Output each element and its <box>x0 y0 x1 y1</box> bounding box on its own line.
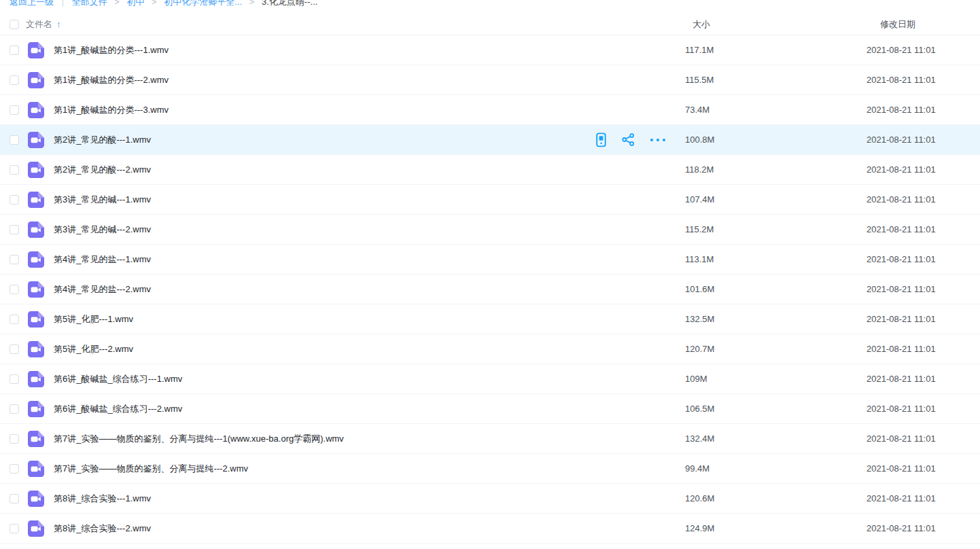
row-checkbox[interactable] <box>10 464 19 474</box>
row-checkbox[interactable] <box>10 255 19 264</box>
file-modified: 2021-08-21 11:01 <box>867 254 936 264</box>
file-name[interactable]: 第8讲_综合实验---1.wmv <box>54 493 151 505</box>
column-header-size[interactable]: 大小 <box>693 19 710 29</box>
file-size: 109M <box>685 374 707 384</box>
table-row[interactable]: 第6讲_酸碱盐_综合练习---2.wmv <box>0 394 980 424</box>
row-checkbox[interactable] <box>10 524 19 533</box>
video-file-icon <box>28 281 44 298</box>
file-size: 132.5M <box>685 314 714 324</box>
table-row[interactable]: 第4讲_常见的盐---1.wmv <box>0 245 980 274</box>
table-row[interactable]: 第4讲_常见的盐---2.wmv <box>0 274 980 304</box>
table-row[interactable]: 第7讲_实验——物质的鉴别、分离与提纯---1(www.xue-ba.org学霸… <box>0 424 980 454</box>
file-modified: 2021-08-21 11:01 <box>867 45 936 55</box>
table-row[interactable]: 第5讲_化肥---2.wmv <box>0 334 980 364</box>
file-name[interactable]: 第4讲_常见的盐---1.wmv <box>54 253 151 266</box>
table-row[interactable]: 第7讲_实验——物质的鉴别、分离与提纯---2.wmv <box>0 454 980 484</box>
file-size: 107.4M <box>685 194 714 205</box>
file-name[interactable]: 第1讲_酸碱盐的分类---1.wmv <box>54 44 169 56</box>
row-checkbox[interactable] <box>10 46 19 55</box>
table-row[interactable]: 第2讲_常见的酸---1.wmv <box>0 125 980 155</box>
file-size: 100.8M <box>685 135 714 145</box>
table-row[interactable]: 第6讲_酸碱盐_综合练习---1.wmv <box>0 364 980 394</box>
row-checkbox[interactable] <box>10 315 19 324</box>
table-row[interactable]: 第8讲_综合实验---2.wmv <box>0 514 980 544</box>
file-size: 124.9M <box>685 523 714 533</box>
file-size: 132.4M <box>685 433 714 444</box>
file-size: 101.6M <box>685 284 714 294</box>
table-row[interactable]: 第2讲_常见的酸---2.wmv <box>0 155 980 185</box>
file-size: 113.1M <box>685 254 714 264</box>
file-modified: 2021-08-21 11:01 <box>867 105 936 115</box>
file-name[interactable]: 第8讲_综合实验---2.wmv <box>54 523 151 535</box>
file-name[interactable]: 第1讲_酸碱盐的分类---3.wmv <box>54 104 169 116</box>
table-row[interactable]: 第5讲_化肥---1.wmv <box>0 304 980 334</box>
breadcrumb-link-all-files[interactable]: 全部文件 <box>72 0 107 7</box>
breadcrumb-separator: > <box>114 0 120 7</box>
file-modified: 2021-08-21 11:01 <box>867 164 936 175</box>
breadcrumb-link-chemistry-course[interactable]: 初中化学沧卿平全... <box>164 0 242 7</box>
row-checkbox[interactable] <box>10 75 19 85</box>
file-size: 115.2M <box>685 224 714 234</box>
row-checkbox[interactable] <box>10 105 19 115</box>
row-checkbox[interactable] <box>10 434 19 444</box>
file-name[interactable]: 第3讲_常见的碱---1.wmv <box>54 194 151 206</box>
file-size: 106.5M <box>685 404 714 414</box>
file-name[interactable]: 第1讲_酸碱盐的分类---2.wmv <box>54 74 169 86</box>
video-file-icon <box>28 222 44 238</box>
column-header-modified[interactable]: 修改日期 <box>880 19 915 29</box>
file-name[interactable]: 第6讲_酸碱盐_综合练习---1.wmv <box>54 373 182 385</box>
file-name[interactable]: 第7讲_实验——物质的鉴别、分离与提纯---2.wmv <box>54 463 248 475</box>
video-file-icon <box>28 371 44 387</box>
video-file-icon <box>28 461 44 477</box>
table-row[interactable]: 第1讲_酸碱盐的分类---1.wmv <box>0 35 980 65</box>
row-checkbox[interactable] <box>10 374 19 384</box>
video-file-icon <box>28 311 44 327</box>
file-modified: 2021-08-21 11:01 <box>867 493 936 503</box>
file-name[interactable]: 第4讲_常见的盐---2.wmv <box>54 283 151 296</box>
row-checkbox[interactable] <box>10 225 19 234</box>
file-size: 117.1M <box>685 45 714 55</box>
row-checkbox[interactable] <box>10 135 19 145</box>
select-all-checkbox[interactable] <box>10 20 19 29</box>
breadcrumb-divider: | <box>62 0 64 7</box>
share-icon[interactable] <box>622 133 635 146</box>
row-checkbox[interactable] <box>10 285 19 294</box>
file-name[interactable]: 第5讲_化肥---2.wmv <box>54 343 133 355</box>
file-name[interactable]: 第5讲_化肥---1.wmv <box>54 313 133 325</box>
file-modified: 2021-08-21 11:01 <box>867 284 936 294</box>
breadcrumb-separator: > <box>152 0 157 7</box>
video-file-icon <box>28 102 44 118</box>
video-file-icon <box>28 520 44 537</box>
file-modified: 2021-08-21 11:01 <box>867 404 936 414</box>
file-name[interactable]: 第2讲_常见的酸---1.wmv <box>54 134 151 146</box>
breadcrumb-back-link[interactable]: 返回上一级 <box>10 0 54 7</box>
file-name[interactable]: 第3讲_常见的碱---2.wmv <box>54 224 151 236</box>
row-checkbox[interactable] <box>10 344 19 354</box>
file-list: 第1讲_酸碱盐的分类---1.wmv <box>0 35 980 544</box>
file-name[interactable]: 第6讲_酸碱盐_综合练习---2.wmv <box>54 403 182 415</box>
breadcrumb-current-folder: 3.化龙点睛--... <box>262 0 317 7</box>
row-checkbox[interactable] <box>10 404 19 414</box>
table-row[interactable]: 第1讲_酸碱盐的分类---2.wmv <box>0 65 980 95</box>
more-icon[interactable] <box>650 138 666 142</box>
file-size: 120.7M <box>685 344 714 354</box>
row-checkbox[interactable] <box>10 165 19 175</box>
table-row[interactable]: 第8讲_综合实验---1.wmv <box>0 484 980 514</box>
table-row[interactable]: 第3讲_常见的碱---1.wmv <box>0 185 980 215</box>
table-row[interactable]: 第1讲_酸碱盐的分类---3.wmv <box>0 95 980 125</box>
video-file-icon <box>28 72 44 88</box>
row-checkbox[interactable] <box>10 195 19 205</box>
row-checkbox[interactable] <box>10 494 19 503</box>
breadcrumb-link-junior[interactable]: 初中 <box>126 0 144 7</box>
video-file-icon <box>28 42 44 58</box>
send-to-device-icon[interactable] <box>595 132 607 147</box>
file-name[interactable]: 第7讲_实验——物质的鉴别、分离与提纯---1(www.xue-ba.org学霸… <box>54 433 344 445</box>
file-name[interactable]: 第2讲_常见的酸---2.wmv <box>54 164 151 176</box>
table-row[interactable]: 第3讲_常见的碱---2.wmv <box>0 215 980 245</box>
column-header-filename[interactable]: 文件名 <box>26 18 52 31</box>
file-modified: 2021-08-21 11:01 <box>867 314 936 324</box>
file-modified: 2021-08-21 11:01 <box>867 224 936 234</box>
file-modified: 2021-08-21 11:01 <box>867 75 936 85</box>
sort-ascending-icon[interactable]: ↑ <box>56 19 61 29</box>
video-file-icon <box>28 192 44 208</box>
